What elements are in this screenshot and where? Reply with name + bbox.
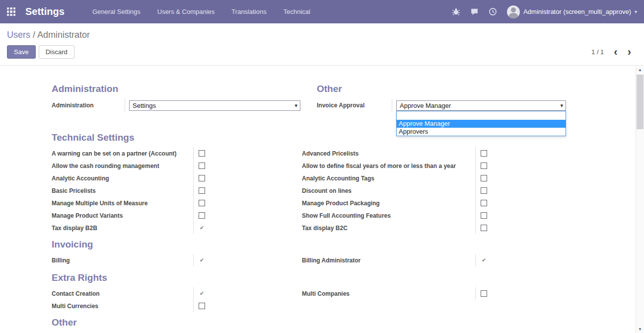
other-bottom-heading: Other <box>52 317 566 328</box>
caret-down-icon: ▾ <box>635 9 637 14</box>
administration-heading: Administration <box>52 83 302 94</box>
other-heading: Other <box>317 83 566 94</box>
checkbox-multi-currencies[interactable] <box>199 303 205 309</box>
vertical-scrollbar[interactable]: ▲ ▼ <box>636 66 644 333</box>
field-label: Manage Multiple Units of Measure <box>52 197 194 209</box>
checkbox-fiscal-years[interactable] <box>481 163 487 169</box>
apps-menu-icon[interactable] <box>7 7 15 16</box>
menu-general-settings[interactable]: General Settings <box>92 8 141 15</box>
invoicing-grid: Billing Billing Administrator <box>52 254 566 266</box>
user-menu[interactable]: Administrator (screen_multi_approve) ▾ <box>507 5 637 18</box>
menu-technical[interactable]: Technical <box>284 8 310 15</box>
form-sheet: Administration Administration Settings ▾… <box>0 66 644 328</box>
field-label: Allow to define fiscal years of more or … <box>302 160 476 172</box>
administration-field-label: Administration <box>52 98 125 112</box>
checkbox-cash-rounding[interactable] <box>199 163 205 169</box>
checkbox-warning-partner[interactable] <box>199 150 205 157</box>
checkbox-basic-pricelists[interactable] <box>199 187 205 194</box>
invoice-approval-select-value: Approve Manager <box>400 102 451 109</box>
field-label: Billing <box>52 254 194 266</box>
select-arrow-icon: ▾ <box>560 102 563 109</box>
select-arrow-icon: ▾ <box>294 102 297 109</box>
checkbox-contact-creation[interactable] <box>199 290 205 297</box>
top-navbar: Settings General Settings Users & Compan… <box>0 0 644 23</box>
scroll-down-icon[interactable]: ▼ <box>636 326 644 333</box>
field-label: Basic Pricelists <box>52 184 194 197</box>
checkbox-product-variants[interactable] <box>199 212 205 219</box>
control-panel: Save Discard 1 / 1 ‹ › <box>0 42 644 66</box>
menu-users-companies[interactable]: Users & Companies <box>157 8 215 15</box>
scrollbar-thumb[interactable] <box>637 75 644 129</box>
top-groups: Administration Administration Settings ▾… <box>52 83 566 112</box>
top-menu: General Settings Users & Companies Trans… <box>92 8 310 15</box>
chat-icon[interactable] <box>470 7 479 16</box>
field-label: Manage Product Packaging <box>302 197 476 209</box>
field-label: Analytic Accounting Tags <box>302 172 476 184</box>
administration-select-value: Settings <box>133 102 156 109</box>
checkbox-billing[interactable] <box>199 257 205 263</box>
field-label: Allow the cash rounding management <box>52 160 194 172</box>
breadcrumb-separator: / <box>33 30 35 40</box>
field-label: Advanced Pricelists <box>302 147 476 160</box>
breadcrumb: Users / Administrator <box>0 23 644 42</box>
extra-rights-grid: Contact Creation Multi Companies Multi C… <box>52 287 566 312</box>
pager: 1 / 1 ‹ › <box>591 48 631 56</box>
checkbox-tax-display-b2c[interactable] <box>481 225 487 231</box>
empty-cell <box>302 300 566 312</box>
menu-translations[interactable]: Translations <box>231 8 266 15</box>
discard-button[interactable]: Discard <box>39 45 74 59</box>
checkbox-product-packaging[interactable] <box>481 200 487 206</box>
save-button[interactable]: Save <box>7 45 36 59</box>
field-label: Show Full Accounting Features <box>302 209 476 222</box>
dropdown-option-approve-manager[interactable]: Approve Manager <box>397 120 566 128</box>
user-name: Administrator (screen_multi_approve) <box>523 8 631 15</box>
clock-icon[interactable] <box>489 7 497 16</box>
app-title[interactable]: Settings <box>25 6 65 17</box>
field-label: Multi Companies <box>302 287 476 300</box>
field-label: Discount on lines <box>302 184 476 197</box>
scroll-up-icon[interactable]: ▲ <box>636 66 644 74</box>
chevron-right-icon[interactable]: › <box>628 48 631 56</box>
checkbox-tax-display-b2b[interactable] <box>199 225 205 231</box>
administration-select[interactable]: Settings ▾ <box>129 100 300 111</box>
breadcrumb-current: Administrator <box>37 30 90 40</box>
invoicing-heading: Invoicing <box>52 239 566 250</box>
checkbox-billing-administrator[interactable] <box>481 257 487 263</box>
chevron-left-icon[interactable]: ‹ <box>614 48 617 56</box>
pager-value: 1 / 1 <box>591 48 604 56</box>
bug-icon[interactable] <box>452 7 460 16</box>
administration-group: Administration Administration Settings ▾ <box>52 83 302 112</box>
invoice-approval-field-label: Invoice Approval <box>317 98 392 112</box>
field-label: Multi Currencies <box>52 300 194 312</box>
breadcrumb-users-link[interactable]: Users <box>7 30 30 40</box>
dropdown-option-approvers[interactable]: Approvers <box>397 128 566 136</box>
other-group: Other Invoice Approval Approve Manager ▾… <box>302 83 566 112</box>
field-label: Contact Creation <box>52 287 194 300</box>
checkbox-full-accounting-features[interactable] <box>481 212 487 219</box>
checkbox-analytic-accounting-tags[interactable] <box>481 175 487 181</box>
field-label: Analytic Accounting <box>52 172 194 184</box>
checkbox-multi-companies[interactable] <box>481 290 487 297</box>
dropdown-option-blank[interactable] <box>397 111 566 120</box>
invoice-approval-dropdown: Approve Manager Approvers <box>396 111 566 136</box>
field-label: Billing Administrator <box>302 254 476 266</box>
checkbox-manage-uom[interactable] <box>199 200 205 206</box>
field-label: A warning can be set on a partner (Accou… <box>52 147 194 160</box>
checkbox-discount-on-lines[interactable] <box>481 187 487 194</box>
field-label: Tax display B2C <box>302 222 476 234</box>
field-label: Tax display B2B <box>52 222 194 234</box>
user-avatar[interactable] <box>507 5 520 18</box>
extra-rights-heading: Extra Rights <box>52 272 566 283</box>
invoice-approval-select[interactable]: Approve Manager ▾ Approve Manager Approv… <box>396 100 566 111</box>
checkbox-advanced-pricelists[interactable] <box>481 150 487 157</box>
field-label: Manage Product Variants <box>52 209 194 222</box>
checkbox-analytic-accounting[interactable] <box>199 175 205 181</box>
technical-settings-grid: A warning can be set on a partner (Accou… <box>52 147 566 234</box>
